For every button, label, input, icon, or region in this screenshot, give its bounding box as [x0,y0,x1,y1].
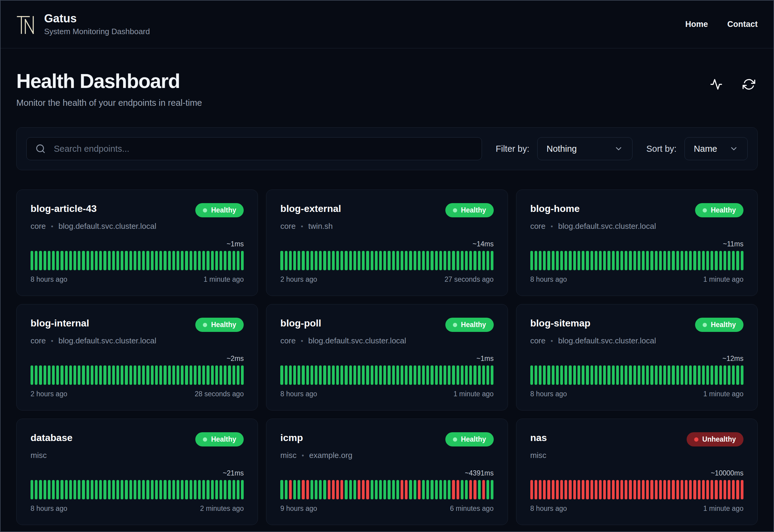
meta-separator: • [301,337,303,345]
response-bar [681,365,683,385]
response-bar [129,480,132,499]
response-bar [465,251,468,270]
response-bar [711,480,713,499]
endpoint-card[interactable]: blog-sitemap Healthy core • blog.default… [516,304,758,410]
last-check-time: 1 minute ago [203,275,244,284]
response-bar [298,251,300,270]
response-bar [672,365,675,385]
response-bar [56,251,59,270]
response-bar [112,480,115,499]
response-bar [353,251,356,270]
response-bar [590,365,593,385]
endpoint-meta: core • blog.default.svc.cluster.local [31,222,244,231]
response-bar [625,480,627,499]
response-bar [724,251,726,270]
response-bar [599,365,602,385]
card-footer: 8 hours ago 1 minute ago [530,275,743,284]
response-bar [435,251,438,270]
response-bar [366,480,369,499]
response-bar [65,365,68,385]
response-bar [401,480,403,499]
refresh-icon[interactable] [743,78,755,91]
card-footer: 2 hours ago 28 seconds ago [31,390,244,398]
response-bar [108,365,111,385]
response-bar [698,480,701,499]
response-bar [371,251,373,270]
filter-toolbar: Filter by: Nothing Sort by: Name [16,127,758,170]
response-bar [409,480,412,499]
response-bar [473,251,476,270]
response-bar [573,480,576,499]
response-bar [375,251,378,270]
activity-pulse-icon[interactable] [710,78,723,91]
endpoint-meta: misc • example.org [280,451,493,460]
meta-separator: • [301,222,303,230]
endpoint-card[interactable]: database Healthy misc ~21ms 8 hours ago … [16,419,258,525]
response-bar [482,365,485,385]
endpoint-card[interactable]: icmp Healthy misc • example.org ~4391ms … [266,419,508,525]
response-bar [539,365,541,385]
endpoint-card[interactable]: blog-external Healthy core • twin.sh ~14… [266,190,508,296]
response-bar [125,365,128,385]
response-bar [99,365,102,385]
response-bar [547,365,550,385]
response-bar [116,251,119,270]
response-bar [728,480,730,499]
card-footer: 2 hours ago 27 seconds ago [280,275,493,284]
response-bar [478,480,481,499]
response-bar [155,480,158,499]
status-label: Healthy [461,435,486,443]
search-input[interactable] [26,137,482,160]
response-bar [469,480,472,499]
response-bar [211,365,214,385]
response-bar [719,251,722,270]
filter-select[interactable]: Nothing [537,137,633,160]
response-bar [177,480,179,499]
response-bar [595,365,597,385]
response-bar [414,480,416,499]
response-bar [31,365,33,385]
response-bar [452,251,455,270]
response-bar [556,480,559,499]
response-bar [146,480,149,499]
first-check-time: 8 hours ago [31,504,67,513]
response-bar [323,480,326,499]
response-bar [741,365,743,385]
response-bar [306,365,309,385]
response-bar [224,365,226,385]
response-bar [289,480,292,499]
response-bar [134,365,136,385]
nav-link-contact[interactable]: Contact [727,20,758,29]
response-bar [48,480,50,499]
endpoint-group: misc [280,451,296,460]
nav-link-home[interactable]: Home [685,20,708,29]
response-bars [280,480,493,499]
response-bar [607,251,610,270]
response-bars [280,365,493,385]
sort-by-label: Sort by: [646,144,677,154]
response-bar [646,365,649,385]
first-check-time: 2 hours ago [31,390,67,398]
response-bar [418,365,421,385]
response-bar [452,480,455,499]
status-dot-icon [694,437,698,442]
endpoint-card[interactable]: blog-internal Healthy core • blog.defaul… [16,304,258,410]
response-bar [552,251,554,270]
response-bar [86,365,89,385]
response-bar [482,480,485,499]
response-bar [311,365,313,385]
endpoint-card[interactable]: blog-article-43 Healthy core • blog.defa… [16,190,258,296]
response-bar [655,251,658,270]
response-bar [198,251,201,270]
response-bar [625,365,627,385]
sort-select[interactable]: Name [685,137,748,160]
response-bar [69,480,72,499]
endpoint-card[interactable]: blog-home Healthy core • blog.default.sv… [516,190,758,296]
endpoint-card[interactable]: nas Unhealthy misc ~10000ms 8 hours ago … [516,419,758,525]
status-label: Healthy [461,321,486,329]
app-subtitle: System Monitoring Dashboard [44,27,150,36]
response-bar [125,251,128,270]
endpoint-card[interactable]: blog-poll Healthy core • blog.default.sv… [266,304,508,410]
response-bar [215,251,218,270]
latency-label: ~10000ms [530,469,743,477]
